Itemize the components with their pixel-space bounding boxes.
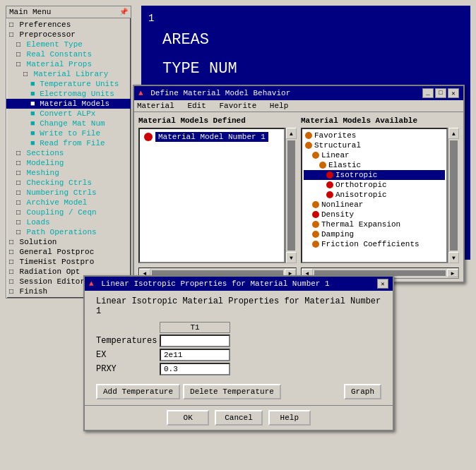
lin-iso-dialog: ▲ Linear Isotropic Properties for Materi… — [83, 275, 394, 431]
icon-friction — [312, 241, 319, 248]
menu-numbering-ctrls[interactable]: □ Numbering Ctrls — [6, 188, 131, 198]
menu-coupling-ceqn[interactable]: □ Coupling / Ceqn — [6, 207, 131, 217]
material-model-titlebar: ▲ Define Material Model Behavior _ □ ✕ — [134, 86, 463, 100]
material-model-title: ▲ Define Material Model Behavior — [138, 89, 290, 97]
tree-damping[interactable]: Damping — [304, 229, 445, 239]
add-temperature-button[interactable]: Add Temperature — [96, 384, 180, 399]
menu-favorite[interactable]: Favorite — [219, 102, 256, 110]
delete-temperature-button[interactable]: Delete Temperature — [183, 384, 281, 399]
menu-write-to-file[interactable]: ■ Write to File — [6, 128, 131, 138]
menu-convert-alpx[interactable]: ■ Convert ALPx — [6, 109, 131, 119]
icon-isotropic — [326, 171, 333, 179]
button-row-2: OK Cancel Help — [85, 405, 393, 430]
pin-button[interactable]: 📌 — [119, 8, 128, 16]
menu-material[interactable]: Material — [137, 102, 174, 110]
minimize-button[interactable]: _ — [422, 88, 434, 98]
prxy-input[interactable] — [160, 363, 230, 375]
right-scroll-down[interactable]: ▼ — [448, 252, 459, 263]
button-row-1: Add Temperature Delete Temperature Graph — [85, 378, 393, 405]
tree-linear[interactable]: Linear — [304, 150, 445, 160]
menu-general-postproc[interactable]: □ General Postproc — [6, 247, 131, 257]
tree-favorites[interactable]: Favorites — [304, 131, 445, 140]
dialog-content: Material Models Defined Material Model N… — [134, 112, 463, 267]
lin-iso-titlebar-buttons: ✕ — [377, 279, 388, 289]
scroll-thumb[interactable] — [287, 140, 295, 251]
tree-isotropic[interactable]: Isotropic — [304, 170, 445, 180]
menu-archive-model[interactable]: □ Archive Model — [6, 198, 131, 207]
graph-button[interactable]: Graph — [344, 384, 381, 399]
menu-tree: □ Preferences □ Preprocessor □ Element T… — [6, 18, 131, 298]
left-buttons: Add Temperature Delete Temperature — [96, 384, 281, 399]
menu-material-models[interactable]: ■ Material Models — [6, 99, 131, 109]
ex-row: EX — [96, 349, 381, 361]
menu-material-props[interactable]: □ Material Props — [6, 59, 131, 69]
scroll-up-arrow[interactable]: ▲ — [286, 128, 297, 139]
right-panel[interactable]: Favorites Structural Linear Elastic — [301, 128, 448, 263]
cancel-button[interactable]: Cancel — [215, 410, 263, 426]
scroll-down-arrow[interactable]: ▼ — [286, 252, 297, 263]
menu-loads[interactable]: □ Loads — [6, 217, 131, 227]
icon-damping — [312, 231, 319, 238]
right-panel-scrollbar[interactable]: ▲ ▼ — [448, 128, 459, 263]
icon-structural — [305, 142, 312, 149]
menu-real-constants[interactable]: □ Real Constants — [6, 49, 131, 59]
col-header-t1: T1 — [160, 322, 230, 333]
icon-linear — [312, 152, 319, 159]
model-label-1[interactable]: Material Model Number 1 — [155, 132, 268, 142]
ok-button[interactable]: OK — [167, 410, 209, 426]
menu-sections[interactable]: □ Sections — [6, 148, 131, 158]
prxy-row: PRXY — [96, 363, 381, 375]
lin-iso-close-button[interactable]: ✕ — [377, 279, 388, 289]
menu-modeling[interactable]: □ Modeling — [6, 158, 131, 168]
output-line2: TYPE NUM — [162, 60, 463, 78]
menu-path-operations[interactable]: □ Path Operations — [6, 227, 131, 237]
icon-anisotropic — [326, 191, 333, 198]
menu-read-from-file[interactable]: ■ Read from File — [6, 138, 131, 148]
lin-iso-title: ▲ Linear Isotropic Properties for Materi… — [89, 279, 330, 288]
tree-orthotropic[interactable]: Orthotropic — [304, 180, 445, 190]
model-item-1[interactable]: Material Model Number 1 — [141, 131, 282, 143]
prop-table-wrapper: T1 Temperatures EX PRXY — [96, 322, 381, 375]
menu-edit[interactable]: Edit — [187, 102, 206, 110]
ex-label: EX — [96, 350, 160, 360]
menu-help[interactable]: Help — [270, 102, 288, 110]
tree-anisotropic[interactable]: Anisotropic — [304, 190, 445, 200]
material-model-dialog: ▲ Define Material Model Behavior _ □ ✕ M… — [133, 85, 465, 283]
hscroll-right-right-arrow[interactable]: ► — [447, 269, 458, 277]
main-area: Main Menu 📌 □ Preferences □ Preprocessor… — [0, 0, 476, 470]
left-panel[interactable]: Material Model Number 1 — [138, 128, 285, 263]
right-scroll-thumb[interactable] — [450, 140, 458, 251]
menu-element-type[interactable]: □ Element Type — [6, 40, 131, 49]
menu-electromag-units[interactable]: ■ Electromag Units — [6, 89, 131, 99]
menu-preprocessor[interactable]: □ Preprocessor — [6, 30, 131, 40]
menu-material-library[interactable]: □ Material Library — [6, 69, 131, 79]
left-panel-title: Material Models Defined — [138, 116, 297, 125]
icon-orthotropic — [326, 181, 333, 188]
help-button[interactable]: Help — [268, 410, 311, 426]
menu-change-mat-num[interactable]: ■ Change Mat Num — [6, 119, 131, 128]
right-scroll-up[interactable]: ▲ — [448, 128, 459, 139]
tree-friction[interactable]: Friction Coefficients — [304, 239, 445, 249]
tree-elastic[interactable]: Elastic — [304, 160, 445, 170]
temperatures-input[interactable] — [160, 335, 230, 347]
icon-thermal — [312, 221, 319, 228]
close-button[interactable]: ✕ — [448, 88, 459, 98]
tree-thermal-expansion[interactable]: Thermal Expansion — [304, 219, 445, 229]
menu-temperature-units[interactable]: ■ Temperature Units — [6, 79, 131, 89]
main-menu-panel: Main Menu 📌 □ Preferences □ Preprocessor… — [6, 6, 131, 299]
menu-preferences[interactable]: □ Preferences — [6, 20, 131, 30]
tree-nonlinear[interactable]: Nonlinear — [304, 200, 445, 210]
menu-checking-ctrls[interactable]: □ Checking Ctrls — [6, 178, 131, 188]
icon-elastic — [319, 162, 326, 169]
maximize-button[interactable]: □ — [435, 88, 446, 98]
main-menu-title: Main Menu — [9, 8, 51, 16]
menu-timehist-postpro[interactable]: □ TimeHist Postpro — [6, 257, 131, 267]
left-panel-scrollbar[interactable]: ▲ ▼ — [285, 128, 297, 263]
ex-input[interactable] — [160, 349, 230, 361]
tree-density[interactable]: Density — [304, 210, 445, 219]
titlebar-buttons: _ □ ✕ — [422, 88, 459, 98]
menu-solution[interactable]: □ Solution — [6, 237, 131, 247]
right-panel-title: Material Models Available — [301, 116, 459, 125]
menu-meshing[interactable]: □ Meshing — [6, 168, 131, 178]
tree-structural[interactable]: Structural — [304, 140, 445, 150]
